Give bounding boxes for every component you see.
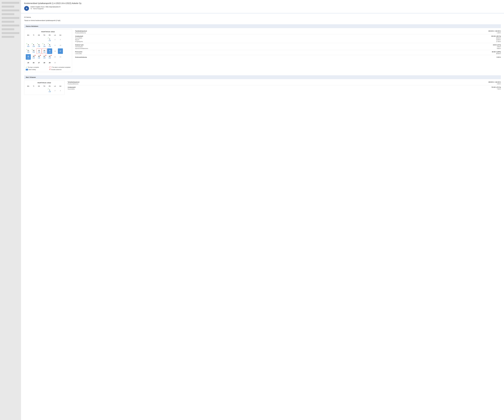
legend-check-icon: ✓ bbox=[26, 66, 27, 68]
cal-header-to: TO bbox=[42, 34, 47, 36]
cal-header-su: SU bbox=[58, 34, 63, 36]
legend-bank: Bank holiday bbox=[26, 69, 47, 71]
cal-day-3: 3 bbox=[58, 37, 63, 42]
cal-day-12: ✓ 12 7:30 bbox=[31, 48, 36, 54]
legend-absences-label: Includes absences bbox=[51, 69, 61, 70]
cal-day-26: 26 bbox=[31, 60, 36, 66]
stat-mari-tyoaikakirjaukset-label: Työaikakirjaukset bbox=[68, 81, 79, 83]
sidebar-line bbox=[2, 6, 14, 8]
stat-sisaiset-val: 8:00 h (8 %) bbox=[493, 44, 501, 46]
legend-bank-label: Bank holiday bbox=[29, 69, 36, 70]
check-icon: ✓ bbox=[32, 43, 33, 45]
sidebar-line bbox=[2, 2, 19, 4]
stat-poissaolot-val: 30:00 h (29%) bbox=[492, 51, 501, 53]
stats-mari: Työaikakirjaukset 100:00 h / 142:30 h Ku… bbox=[68, 80, 501, 90]
sidebar-line bbox=[2, 36, 14, 38]
cal-day-15: 15 7:30 bbox=[47, 48, 52, 54]
sidebar-line bbox=[2, 9, 19, 11]
stat-tyoaikakirjaukset-val: 103:30 h / 142:30 h bbox=[488, 30, 501, 32]
cal-day-empty bbox=[36, 37, 42, 42]
stat-mari-asiakastyot-val: 70:30 h (70 %) bbox=[492, 86, 501, 88]
cal-day-13: 13 7:30 bbox=[36, 48, 42, 54]
email-title: Keskeneräiset työaikaraportit (1.4.2022-… bbox=[24, 2, 501, 5]
person-header-mari: Mari Virtanen bbox=[24, 75, 501, 79]
calendar-mari: HUHTIKUU 2022 MA TI KE TO PE LA SU bbox=[24, 80, 65, 95]
person-content-hannu: HUHTIKUU 2022 MA TI KE TO PE LA SU bbox=[24, 29, 501, 72]
cal-header-su: SU bbox=[58, 85, 63, 88]
cal-day-23: 23 bbox=[53, 54, 58, 60]
sidebar-line bbox=[2, 24, 19, 26]
cal-day-empty bbox=[36, 88, 42, 93]
stat-mari-kuukausiliukuma-val: 2:30 h bbox=[497, 83, 501, 85]
stat-kuukausiliukuma-val: - 1:30 h bbox=[496, 32, 501, 34]
stat-sisaiset-label: Sisäiset työt bbox=[75, 44, 84, 46]
cal-day-21: ✕ 21 7:30 bbox=[42, 54, 47, 60]
cal-day-3-mari: 3 bbox=[58, 88, 63, 93]
stat-itsensa-val: 6:00 h bbox=[497, 48, 501, 49]
stat-asiakastyot-label: Asiakastyöt bbox=[75, 35, 83, 37]
cal-day-8: ✓ 8 7:30 bbox=[47, 43, 52, 48]
stat-itsensa: Itsensä kehittäminen 6:00 h bbox=[75, 48, 501, 49]
person-section-mari: Mari Virtanen HUHTIKUU 2022 MA TI KE TO … bbox=[24, 75, 501, 95]
stat-asiakastyot-val: 65:30 h (63 %) bbox=[492, 35, 501, 37]
cal-header-ma: MA bbox=[26, 34, 31, 36]
stat-mari-tyoaikakirjaukset-val: 100:00 h / 142:30 h bbox=[488, 81, 501, 83]
stat-kuukausiliukuma-label: Kuukausiliukuma bbox=[75, 32, 86, 34]
divider bbox=[21, 13, 504, 13]
main-content: Keskeneräiset työaikaraportit (1.4.2022-… bbox=[21, 0, 504, 420]
cal-day-17: 17 bbox=[58, 48, 63, 54]
cal-day-28: 28 bbox=[42, 60, 47, 66]
stat-sisaiset: Sisäiset työt 8:00 h (8 %) bbox=[75, 44, 501, 46]
stat-kuukausiliukuma: Kuukausiliukuma - 1:30 h bbox=[75, 32, 501, 34]
cal-day-24: 24 bbox=[58, 54, 63, 60]
sender-row: A Askele Insights Hours <little.helper@a… bbox=[24, 6, 501, 11]
stat-poissaolot: Poissaolot 30:00 h (29%) bbox=[75, 51, 501, 53]
calendar-title-mari: HUHTIKUU 2022 bbox=[26, 82, 63, 84]
stat-projektijohto: Projektijohto 17:00 h bbox=[75, 41, 501, 42]
check-icon: ✓ bbox=[48, 88, 49, 90]
cal-day-22: ✕ 22 7:30 bbox=[47, 54, 52, 60]
stat-projektijohto-label: Projektijohto bbox=[75, 41, 83, 42]
stat-suunnittelu: Suunnittelu 38:30 h bbox=[75, 37, 501, 39]
cal-header-ti: TI bbox=[31, 85, 36, 88]
cal-day-1: ✓ 1 7:00 bbox=[47, 37, 52, 42]
sidebar-line bbox=[2, 32, 19, 34]
sender-info: Askele Insights Hours <little.helper@ask… bbox=[30, 6, 61, 9]
cal-header-ke: KE bbox=[36, 34, 42, 36]
stat-suunnittelu-val: 38:30 h bbox=[496, 37, 501, 39]
calendar-grid-mari: MA TI KE TO PE LA SU ✓ bbox=[26, 85, 63, 93]
legend-blue-icon bbox=[26, 69, 28, 71]
cal-day-empty bbox=[31, 37, 36, 42]
stat-mari-asiakastyot-label: Asiakastyöt bbox=[68, 86, 76, 88]
sidebar-line bbox=[2, 13, 14, 15]
stat-tyoaikakirjaukset: Työaikakirjaukset 103:30 h / 142:30 h bbox=[75, 30, 501, 32]
stat-asiakastyot: Asiakastyöt 65:30 h (63 %) bbox=[75, 35, 501, 37]
intro-text: Tässä on tiimisi keskeneräiset työaikara… bbox=[24, 19, 501, 21]
calendar-hannu: HUHTIKUU 2022 MA TI KE TO PE LA SU bbox=[24, 29, 72, 72]
person-name-hannu: Hannu Heinänen bbox=[26, 25, 38, 27]
sidebar-line bbox=[2, 17, 19, 19]
calendar-title-hannu: HUHTIKUU 2022 bbox=[26, 31, 71, 33]
recipient-name: Hanna Karppinen bbox=[33, 8, 44, 9]
stat-toimistot: Toimistotyöt 2:00 h bbox=[75, 46, 501, 48]
cal-day-empty bbox=[42, 37, 47, 42]
legend-dashed: The date is unmarked completed bbox=[49, 66, 71, 68]
legend-absences: ✕ Includes absences bbox=[49, 69, 71, 71]
legend-dashed-label: The date is unmarked completed bbox=[52, 66, 71, 68]
person-name-mari: Mari Virtanen bbox=[26, 76, 36, 78]
cal-day-6: ✓ 6 7:30 bbox=[36, 43, 42, 48]
sender-name: Askele Insights Hours <little.helper@ask… bbox=[30, 6, 61, 8]
legend-complete-label: The day is complete bbox=[28, 66, 39, 68]
stat-kokonaisliukuma: Kokonaisliukuma -5:30 h bbox=[75, 56, 501, 58]
cal-day-empty bbox=[26, 88, 31, 93]
legend-dashed-icon bbox=[49, 66, 51, 68]
stat-mari-kuukausiliukuma-label: Kuukausiliukuma bbox=[68, 83, 78, 85]
x-icon: ✕ bbox=[40, 54, 41, 56]
cal-day-empty-end bbox=[58, 60, 63, 66]
person-section-hannu: Hannu Heinänen HUHTIKUU 2022 MA TI KE TO… bbox=[24, 24, 501, 72]
cal-day-9: 9 bbox=[53, 43, 58, 48]
check-icon: ✓ bbox=[48, 37, 49, 39]
cal-header-ma: MA bbox=[26, 85, 31, 88]
stat-mari-suunnittelu: Suunnittelu 7:30 h bbox=[68, 88, 501, 90]
cal-day-2-mari: 2 bbox=[53, 88, 58, 93]
